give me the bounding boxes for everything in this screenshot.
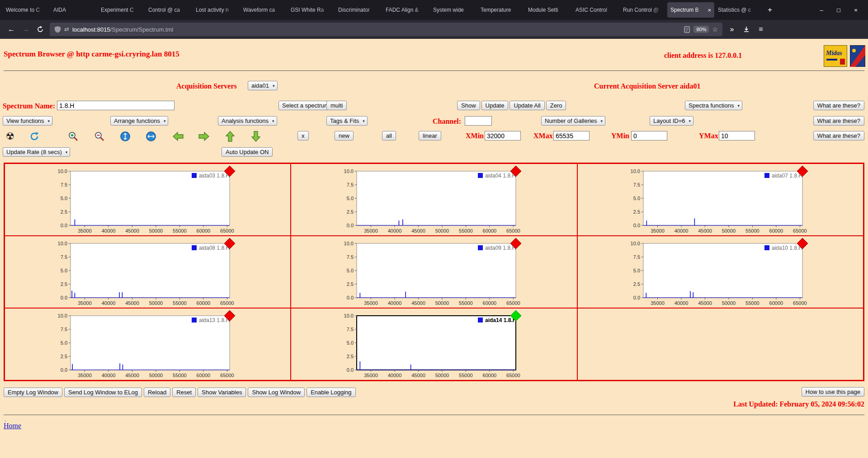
- new-tab-button[interactable]: +: [762, 4, 778, 16]
- show-log-window-button[interactable]: Show Log Window: [248, 388, 305, 397]
- arrange-functions-select[interactable]: Arrange functions▾: [110, 116, 168, 126]
- spectrum-chart-aida09[interactable]: 10.07.55.02.50.0350004000045000500005500…: [327, 239, 522, 308]
- reload-button[interactable]: Reload: [144, 388, 170, 397]
- close-button[interactable]: ×: [849, 3, 863, 17]
- tab-discriminator[interactable]: Discriminator: [335, 2, 382, 18]
- chevron-down-icon: ▾: [689, 119, 691, 123]
- svg-text:35000: 35000: [364, 300, 378, 306]
- zoom-level-badge[interactable]: 80%: [693, 26, 709, 33]
- spectrum-chart-aida08[interactable]: 10.07.55.02.50.0350004000045000500005500…: [41, 239, 236, 308]
- zero-button[interactable]: Zero: [546, 101, 566, 110]
- minimize-button[interactable]: –: [815, 3, 828, 17]
- zoom-out-icon[interactable]: [93, 130, 106, 143]
- tab-gsi-white-ra[interactable]: GSI White Ra: [288, 2, 335, 18]
- what-are-these-button-3[interactable]: What are these?: [813, 131, 864, 140]
- show-button[interactable]: Show: [457, 101, 480, 110]
- zoom-in-icon[interactable]: [67, 130, 80, 143]
- update-rate-select[interactable]: Update Rate (8 secs)▾: [3, 147, 70, 157]
- ymin-input[interactable]: [631, 131, 667, 140]
- channel-input[interactable]: [465, 116, 492, 126]
- how-to-use-button[interactable]: How to use this page: [802, 387, 864, 397]
- zoom-reset-x-icon[interactable]: [145, 130, 157, 143]
- tab-run-control[interactable]: Run Control @: [620, 2, 667, 18]
- tab-bar: Welcome to CAIDAExperiment CControl @ ca…: [0, 0, 868, 20]
- linear-button[interactable]: linear: [419, 131, 441, 140]
- arrow-up-icon[interactable]: [224, 130, 236, 143]
- zoom-reset-y-icon[interactable]: [119, 130, 132, 143]
- reset-button[interactable]: Reset: [172, 388, 196, 397]
- layout-id-select[interactable]: Layout ID=6▾: [650, 116, 693, 126]
- analysis-functions-value: Analysis functions: [222, 117, 269, 124]
- forward-button[interactable]: →: [19, 23, 33, 36]
- tab-statistics-c[interactable]: Statistics @ c: [715, 2, 762, 18]
- spectrum-chart-aida13[interactable]: 10.07.55.02.50.0350004000045000500005500…: [41, 311, 236, 380]
- midas-logo: Midas: [824, 45, 847, 67]
- tab-experiment-c[interactable]: Experiment C: [98, 2, 145, 18]
- multi-button[interactable]: multi: [326, 101, 347, 110]
- update-button[interactable]: Update: [481, 101, 509, 110]
- tags-fits-select[interactable]: Tags & Fits▾: [326, 116, 368, 126]
- send-log-window-to-elog-button[interactable]: Send Log Window to ELog: [64, 388, 142, 397]
- home-link[interactable]: Home: [4, 422, 21, 430]
- arrow-down-icon[interactable]: [250, 130, 262, 143]
- spectrum-chart-aida10[interactable]: 10.07.55.02.50.0350004000045000500005500…: [614, 239, 808, 308]
- tab-close-icon[interactable]: ×: [706, 7, 711, 14]
- new-button[interactable]: new: [335, 131, 354, 140]
- analysis-functions-select[interactable]: Analysis functions▾: [218, 116, 277, 126]
- svg-text:55000: 55000: [459, 373, 473, 378]
- spectra-functions-select[interactable]: Spectra functions▾: [685, 101, 742, 110]
- auto-update-button[interactable]: Auto Update ON: [222, 147, 273, 157]
- what-are-these-button-1[interactable]: What are these?: [813, 101, 864, 110]
- back-button[interactable]: ←: [5, 23, 18, 36]
- show-variables-button[interactable]: Show Variables: [198, 388, 246, 397]
- what-are-these-button-2[interactable]: What are these?: [813, 116, 864, 126]
- radiation-icon[interactable]: ☢: [4, 130, 16, 143]
- acquisition-server-select[interactable]: aida01▾: [248, 81, 278, 90]
- spectrum-chart-aida03[interactable]: 10.07.55.02.50.0350004000045000500005500…: [41, 167, 236, 235]
- gallery-cell-aida13: 10.07.55.02.50.0350004000045000500005500…: [5, 308, 291, 380]
- ymax-input[interactable]: [719, 131, 755, 140]
- number-of-galleries-select[interactable]: Number of Galleries▾: [541, 116, 605, 126]
- bookmark-star-icon[interactable]: ☆: [712, 26, 718, 33]
- arrow-left-icon[interactable]: [172, 130, 184, 143]
- empty-log-window-button[interactable]: Empty Log Window: [4, 388, 62, 397]
- url-bar[interactable]: ⇄ localhost:8015/Spectrum/Spectrum.tml 8…: [50, 23, 722, 36]
- tab-welcome-to-c[interactable]: Welcome to C: [3, 2, 50, 18]
- tracking-protection-icon[interactable]: [54, 26, 61, 33]
- xmin-input[interactable]: [485, 131, 521, 140]
- tab-label: Discriminator: [338, 7, 379, 13]
- downloads-icon[interactable]: [740, 23, 753, 36]
- tab-aida[interactable]: AIDA: [50, 2, 97, 18]
- all-button[interactable]: all: [382, 131, 396, 140]
- xmax-input[interactable]: [553, 131, 590, 140]
- spectrum-chart-aida04[interactable]: 10.07.55.02.50.0350004000045000500005500…: [327, 167, 522, 235]
- svg-text:2.5: 2.5: [347, 281, 354, 287]
- refresh-icon[interactable]: [28, 130, 41, 143]
- tab-fadc-align[interactable]: FADC Align &: [382, 2, 429, 18]
- tab-spectrum-b[interactable]: Spectrum B×: [667, 2, 714, 18]
- site-info-icon[interactable]: ⇄: [64, 26, 69, 33]
- tab-module-setti[interactable]: Module Setti: [525, 2, 572, 18]
- arrow-right-icon[interactable]: [198, 130, 210, 143]
- fair-logo: [850, 45, 865, 67]
- gallery-cell-aida03: 10.07.55.02.50.0350004000045000500005500…: [5, 164, 291, 236]
- tab-control-ca[interactable]: Control @ ca: [145, 2, 192, 18]
- tab-lost-activity-n[interactable]: Lost activity n: [193, 2, 240, 18]
- spectrum-chart-aida07[interactable]: 10.07.55.02.50.0350004000045000500005500…: [614, 167, 808, 235]
- toolbar-overflow-icon[interactable]: »: [725, 23, 739, 36]
- enable-logging-button[interactable]: Enable Logging: [307, 388, 355, 397]
- reload-button[interactable]: [33, 23, 47, 36]
- tab-system-wide[interactable]: System wide: [430, 2, 477, 18]
- tab-asic-control[interactable]: ASIC Control: [572, 2, 619, 18]
- reader-mode-icon[interactable]: [684, 26, 690, 33]
- tab-temperature[interactable]: Temperature: [477, 2, 524, 18]
- maximize-button[interactable]: □: [832, 3, 845, 17]
- spectrum-chart-aida14[interactable]: 10.07.55.02.50.0350004000045000500005500…: [327, 311, 522, 380]
- view-functions-select[interactable]: View functions▾: [3, 116, 52, 126]
- tab-waveform-ca[interactable]: Waveform ca: [240, 2, 287, 18]
- update-all-button[interactable]: Update All: [509, 101, 544, 110]
- spectrum-name-input[interactable]: [57, 101, 175, 110]
- svg-text:65000: 65000: [506, 228, 520, 234]
- x-button[interactable]: x: [297, 131, 309, 140]
- menu-icon[interactable]: ≡: [754, 23, 768, 36]
